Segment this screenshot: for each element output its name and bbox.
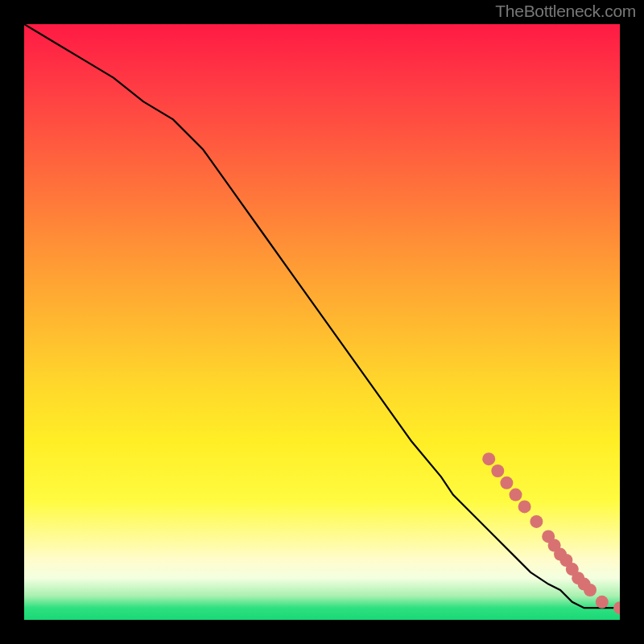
attribution-text: TheBottleneck.com: [495, 2, 636, 21]
data-point: [500, 477, 513, 489]
chart-svg: [24, 24, 620, 620]
chart-frame: TheBottleneck.com: [0, 0, 644, 644]
data-point: [491, 464, 504, 477]
data-point: [510, 489, 522, 502]
data-point: [613, 601, 620, 614]
data-point: [596, 596, 609, 609]
data-point: [482, 452, 495, 465]
curve-markers: [482, 452, 620, 614]
data-point: [530, 515, 543, 528]
plot-area: [24, 24, 620, 620]
data-point: [518, 500, 531, 513]
data-point: [584, 584, 597, 597]
